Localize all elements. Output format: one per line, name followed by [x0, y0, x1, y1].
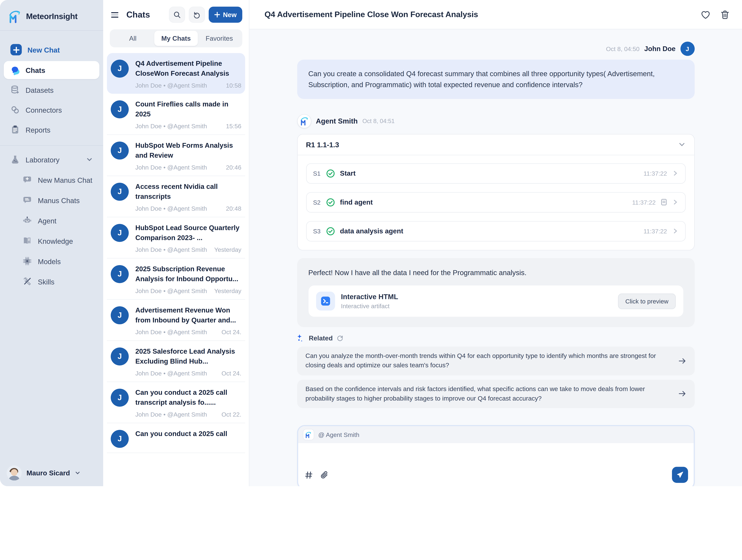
avatar: J [111, 60, 129, 78]
chevron-right-icon [672, 228, 678, 235]
tab[interactable]: My Chats [155, 31, 198, 46]
step-id: S3 [313, 227, 321, 235]
step-id: S1 [313, 170, 321, 177]
message-input[interactable] [298, 443, 693, 467]
chat-time: 10:58 [226, 82, 241, 89]
chat-list-tabs: AllMy ChatsFavorites [110, 30, 242, 47]
plus-icon [214, 12, 220, 17]
hash-button[interactable] [305, 471, 313, 479]
chat-title: Can you conduct a 2025 call transcript a… [135, 388, 241, 408]
chat-title: 2025 Salesforce Lead Analysis Excluding … [135, 347, 241, 366]
chat-title: HubSpot Lead Source Quarterly Comparison… [135, 223, 241, 243]
artifact-card[interactable]: Interactive HTML Interactive artifact Cl… [308, 286, 683, 317]
step-label: Start [340, 169, 639, 177]
chat-list-item[interactable]: J HubSpot Lead Source Quarterly Comparis… [107, 217, 245, 259]
brand: MeteorInsight [0, 7, 103, 30]
agent-message-card: Perfect! Now I have all the data I need … [297, 258, 694, 327]
chat-participants: John Doe • @Agent Smith [135, 370, 218, 377]
run-header[interactable]: R1 1.1-1.3 [298, 134, 694, 155]
chat-list-item[interactable]: J Advertisement Revenue Won from Inbound… [107, 300, 245, 341]
chat-list-item[interactable]: J Q4 Advertisement Pipeline CloseWon For… [107, 53, 245, 94]
chat-list-item[interactable]: J 2025 Subscription Revenue Analysis for… [107, 259, 245, 300]
user-menu[interactable]: Mauro Sicard [7, 465, 81, 480]
meteorinsight-logo-icon [303, 429, 314, 440]
tab[interactable]: Favorites [198, 31, 241, 46]
chevron-down-icon [86, 156, 93, 163]
sidebar-item-chats[interactable]: Chats [4, 61, 99, 79]
chat-title: 2025 Subscription Revenue Analysis for I… [135, 264, 241, 284]
favorite-button[interactable] [700, 9, 711, 19]
sidebar-item-reports[interactable]: Reports [4, 121, 99, 139]
database-icon [10, 85, 20, 95]
run-label: R1 1.1-1.3 [306, 140, 678, 148]
composer-mention-bar: @ Agent Smith [298, 426, 693, 443]
chat-title: Access recent Nvidia call transcripts [135, 182, 241, 202]
chat-list-panel: Chats New AllMy ChatsFavorites [103, 0, 249, 486]
chat-time: Oct 24. [222, 329, 242, 336]
tools-icon [23, 277, 32, 287]
suggestion-card[interactable]: Can you analyze the month-over-month tre… [297, 347, 694, 375]
sidebar-item-datasets[interactable]: Datasets [4, 81, 99, 99]
sidebar-item-connectors[interactable]: Connectors [4, 101, 99, 119]
menu-icon[interactable] [111, 11, 119, 19]
related-sparkle-icon [297, 334, 305, 342]
search-button[interactable] [169, 7, 185, 23]
suggestion-card[interactable]: Based on the confidence intervals and ri… [297, 379, 694, 408]
check-circle-icon [326, 169, 335, 178]
avatar: J [111, 224, 129, 242]
check-circle-icon [326, 226, 335, 236]
chat-time: Yesterday [214, 288, 241, 295]
chat-list-item[interactable]: J Access recent Nvidia call transcripts … [107, 176, 245, 217]
message-thread: Oct 8, 04:50 John Doe J Can you create a… [249, 30, 742, 486]
check-circle-icon [326, 198, 335, 207]
related-section-header: Related [297, 334, 694, 342]
chat-list-item[interactable]: J HubSpot Web Forms Analysis and Review … [107, 135, 245, 176]
chat-title: Count Fireflies calls made in 2025 [135, 99, 241, 119]
step-label: data analysis agent [340, 227, 639, 235]
chat-participants: John Doe • @Agent Smith [135, 164, 222, 171]
suggestion-text: Based on the confidence intervals and ri… [305, 384, 670, 403]
sidebar-item-knowledge[interactable]: Knowledge [4, 232, 99, 250]
chat-list-item[interactable]: J Can you conduct a 2025 call transcript… [107, 382, 245, 423]
preview-button[interactable]: Click to preview [618, 293, 676, 309]
composer: @ Agent Smith [297, 425, 694, 486]
chat-time: 15:56 [226, 122, 241, 130]
delete-button[interactable] [720, 10, 730, 19]
run-step-row[interactable]: S2 find agent 11:37:22 [306, 192, 685, 212]
tab[interactable]: All [111, 31, 154, 46]
sidebar-item-manus-chats[interactable]: Manus Chats [4, 191, 99, 209]
hash-icon [305, 471, 313, 479]
attach-button[interactable] [320, 471, 328, 479]
paperclip-icon [320, 471, 328, 479]
send-button[interactable] [672, 467, 688, 483]
sidebar-item-agent[interactable]: Agent [4, 212, 99, 230]
agent-name: Agent Smith [316, 117, 358, 125]
chat-participants: John Doe • @Agent Smith [135, 329, 218, 336]
run-step-row[interactable]: S1 Start 11:37:22 [306, 163, 685, 184]
sidebar-item-models[interactable]: Models [4, 252, 99, 270]
page-title: Q4 Advertisement Pipeline Close Won Fore… [265, 10, 691, 19]
sidebar-section-laboratory[interactable]: Laboratory [4, 151, 99, 168]
chat-list-item[interactable]: J Count Fireflies calls made in 2025 Joh… [107, 94, 245, 135]
run-step-row[interactable]: S3 data analysis agent 11:37:22 [306, 221, 685, 241]
sidebar-item-skills[interactable]: Skills [4, 273, 99, 291]
chat-list-item[interactable]: J Can you conduct a 2025 call [107, 423, 245, 453]
new-chat-button-panel[interactable]: New [209, 7, 242, 23]
chip-icon [23, 257, 32, 266]
trash-icon [720, 10, 730, 19]
run-card: R1 1.1-1.3 S1 Sta [297, 134, 694, 250]
sidebar: MeteorInsight New Chat Chats [0, 0, 103, 486]
chat-time: Oct 22. [222, 411, 242, 418]
new-chat-button[interactable]: New Chat [4, 41, 99, 58]
chat-title: Advertisement Revenue Won from Inbound b… [135, 305, 241, 325]
refresh-button[interactable] [189, 7, 205, 23]
chat-list-item[interactable]: J 2025 Salesforce Lead Analysis Excludin… [107, 341, 245, 382]
chat-time: 20:46 [226, 164, 241, 171]
refresh-related-icon[interactable] [336, 334, 343, 341]
step-time: 11:37:22 [643, 227, 667, 235]
avatar: J [111, 142, 129, 160]
chevron-right-icon [672, 170, 678, 177]
sidebar-item-new-manus-chat[interactable]: New Manus Chat [4, 171, 99, 189]
chat-lines-icon [23, 196, 32, 205]
agent-avatar [297, 114, 311, 128]
